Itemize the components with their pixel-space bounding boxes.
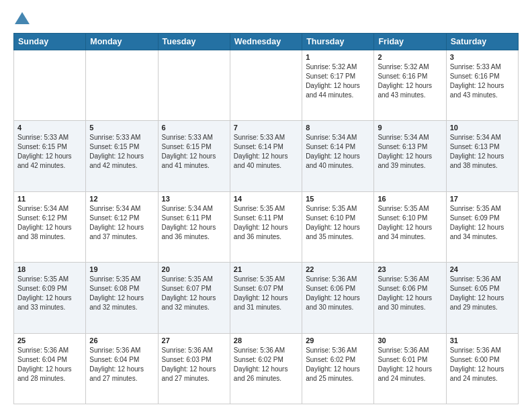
day-info: Sunrise: 5:36 AM Sunset: 6:05 PM Dayligh… <box>450 275 515 312</box>
day-cell-9: 9Sunrise: 5:34 AM Sunset: 6:13 PM Daylig… <box>374 121 446 191</box>
day-number: 25 <box>17 336 82 345</box>
day-info: Sunrise: 5:35 AM Sunset: 6:09 PM Dayligh… <box>450 204 515 242</box>
day-cell-7: 7Sunrise: 5:33 AM Sunset: 6:14 PM Daylig… <box>230 121 302 191</box>
calendar-table: SundayMondayTuesdayWednesdayThursdayFrid… <box>13 33 519 404</box>
day-info: Sunrise: 5:33 AM Sunset: 6:15 PM Dayligh… <box>17 133 82 171</box>
weekday-header-saturday: Saturday <box>446 33 518 50</box>
day-number: 3 <box>450 53 515 61</box>
empty-cell <box>86 50 158 120</box>
day-cell-1: 1Sunrise: 5:32 AM Sunset: 6:17 PM Daylig… <box>302 50 374 120</box>
weekday-header-friday: Friday <box>374 33 446 50</box>
day-number: 15 <box>306 195 370 203</box>
day-info: Sunrise: 5:34 AM Sunset: 6:12 PM Dayligh… <box>89 204 154 242</box>
day-number: 6 <box>162 124 226 132</box>
day-cell-27: 27Sunrise: 5:36 AM Sunset: 6:03 PM Dayli… <box>158 333 230 404</box>
day-cell-12: 12Sunrise: 5:34 AM Sunset: 6:12 PM Dayli… <box>86 191 158 262</box>
day-info: Sunrise: 5:33 AM Sunset: 6:14 PM Dayligh… <box>234 133 298 171</box>
day-info: Sunrise: 5:33 AM Sunset: 6:15 PM Dayligh… <box>162 133 226 171</box>
day-info: Sunrise: 5:35 AM Sunset: 6:07 PM Dayligh… <box>234 275 298 312</box>
day-info: Sunrise: 5:35 AM Sunset: 6:10 PM Dayligh… <box>378 204 442 242</box>
day-info: Sunrise: 5:36 AM Sunset: 6:06 PM Dayligh… <box>378 275 442 312</box>
day-info: Sunrise: 5:32 AM Sunset: 6:16 PM Dayligh… <box>378 62 442 100</box>
day-number: 29 <box>306 336 370 345</box>
day-number: 31 <box>450 336 515 345</box>
logo-icon <box>15 12 30 24</box>
day-cell-22: 22Sunrise: 5:36 AM Sunset: 6:06 PM Dayli… <box>302 263 374 333</box>
day-cell-13: 13Sunrise: 5:34 AM Sunset: 6:11 PM Dayli… <box>158 191 230 262</box>
day-info: Sunrise: 5:36 AM Sunset: 6:06 PM Dayligh… <box>306 275 370 312</box>
logo-text <box>13 13 30 28</box>
day-info: Sunrise: 5:34 AM Sunset: 6:11 PM Dayligh… <box>162 204 226 242</box>
day-cell-5: 5Sunrise: 5:33 AM Sunset: 6:15 PM Daylig… <box>86 121 158 191</box>
day-number: 9 <box>378 124 442 132</box>
day-number: 20 <box>162 265 226 273</box>
day-number: 5 <box>89 124 154 132</box>
week-row-1: 1Sunrise: 5:32 AM Sunset: 6:17 PM Daylig… <box>14 50 519 120</box>
day-info: Sunrise: 5:35 AM Sunset: 6:11 PM Dayligh… <box>234 204 298 242</box>
day-number: 22 <box>306 265 370 273</box>
day-number: 17 <box>450 195 515 203</box>
day-cell-21: 21Sunrise: 5:35 AM Sunset: 6:07 PM Dayli… <box>230 263 302 333</box>
day-number: 12 <box>89 195 154 203</box>
day-number: 1 <box>306 53 370 61</box>
day-cell-10: 10Sunrise: 5:34 AM Sunset: 6:13 PM Dayli… <box>446 121 518 191</box>
day-info: Sunrise: 5:36 AM Sunset: 6:04 PM Dayligh… <box>89 346 154 383</box>
weekday-header-sunday: Sunday <box>14 33 86 50</box>
day-info: Sunrise: 5:34 AM Sunset: 6:14 PM Dayligh… <box>306 133 370 171</box>
day-cell-15: 15Sunrise: 5:35 AM Sunset: 6:10 PM Dayli… <box>302 191 374 262</box>
week-row-5: 25Sunrise: 5:36 AM Sunset: 6:04 PM Dayli… <box>14 333 519 404</box>
day-number: 18 <box>17 265 82 273</box>
empty-cell <box>158 50 230 120</box>
day-info: Sunrise: 5:36 AM Sunset: 6:03 PM Dayligh… <box>162 346 226 383</box>
day-cell-30: 30Sunrise: 5:36 AM Sunset: 6:01 PM Dayli… <box>374 333 446 404</box>
day-cell-28: 28Sunrise: 5:36 AM Sunset: 6:02 PM Dayli… <box>230 333 302 404</box>
day-cell-20: 20Sunrise: 5:35 AM Sunset: 6:07 PM Dayli… <box>158 263 230 333</box>
day-number: 16 <box>378 195 442 203</box>
day-info: Sunrise: 5:36 AM Sunset: 6:04 PM Dayligh… <box>17 346 82 383</box>
day-number: 7 <box>234 124 298 132</box>
day-info: Sunrise: 5:35 AM Sunset: 6:08 PM Dayligh… <box>89 275 154 312</box>
day-cell-26: 26Sunrise: 5:36 AM Sunset: 6:04 PM Dayli… <box>86 333 158 404</box>
day-info: Sunrise: 5:32 AM Sunset: 6:17 PM Dayligh… <box>306 62 370 100</box>
day-number: 19 <box>89 265 154 273</box>
day-info: Sunrise: 5:34 AM Sunset: 6:13 PM Dayligh… <box>378 133 442 171</box>
day-cell-17: 17Sunrise: 5:35 AM Sunset: 6:09 PM Dayli… <box>446 191 518 262</box>
day-info: Sunrise: 5:33 AM Sunset: 6:16 PM Dayligh… <box>450 62 515 100</box>
day-cell-8: 8Sunrise: 5:34 AM Sunset: 6:14 PM Daylig… <box>302 121 374 191</box>
day-cell-3: 3Sunrise: 5:33 AM Sunset: 6:16 PM Daylig… <box>446 50 518 120</box>
week-row-3: 11Sunrise: 5:34 AM Sunset: 6:12 PM Dayli… <box>14 191 519 262</box>
week-row-2: 4Sunrise: 5:33 AM Sunset: 6:15 PM Daylig… <box>14 121 519 191</box>
day-number: 28 <box>234 336 298 345</box>
day-info: Sunrise: 5:36 AM Sunset: 6:01 PM Dayligh… <box>378 346 442 383</box>
day-number: 8 <box>306 124 370 132</box>
weekday-header-thursday: Thursday <box>302 33 374 50</box>
day-cell-11: 11Sunrise: 5:34 AM Sunset: 6:12 PM Dayli… <box>14 191 86 262</box>
day-cell-29: 29Sunrise: 5:36 AM Sunset: 6:02 PM Dayli… <box>302 333 374 404</box>
page: SundayMondayTuesdayWednesdayThursdayFrid… <box>0 0 532 411</box>
day-cell-16: 16Sunrise: 5:35 AM Sunset: 6:10 PM Dayli… <box>374 191 446 262</box>
day-info: Sunrise: 5:36 AM Sunset: 6:02 PM Dayligh… <box>234 346 298 383</box>
day-number: 26 <box>89 336 154 345</box>
day-info: Sunrise: 5:35 AM Sunset: 6:10 PM Dayligh… <box>306 204 370 242</box>
weekday-header-monday: Monday <box>86 33 158 50</box>
day-info: Sunrise: 5:35 AM Sunset: 6:09 PM Dayligh… <box>17 275 82 312</box>
day-cell-14: 14Sunrise: 5:35 AM Sunset: 6:11 PM Dayli… <box>230 191 302 262</box>
day-number: 2 <box>378 53 442 61</box>
day-number: 24 <box>450 265 515 273</box>
header <box>13 11 519 28</box>
day-cell-23: 23Sunrise: 5:36 AM Sunset: 6:06 PM Dayli… <box>374 263 446 333</box>
day-number: 10 <box>450 124 515 132</box>
day-info: Sunrise: 5:36 AM Sunset: 6:00 PM Dayligh… <box>450 346 515 383</box>
day-cell-2: 2Sunrise: 5:32 AM Sunset: 6:16 PM Daylig… <box>374 50 446 120</box>
weekday-header-row: SundayMondayTuesdayWednesdayThursdayFrid… <box>14 33 519 50</box>
day-info: Sunrise: 5:34 AM Sunset: 6:13 PM Dayligh… <box>450 133 515 171</box>
day-cell-18: 18Sunrise: 5:35 AM Sunset: 6:09 PM Dayli… <box>14 263 86 333</box>
day-info: Sunrise: 5:33 AM Sunset: 6:15 PM Dayligh… <box>89 133 154 171</box>
empty-cell <box>230 50 302 120</box>
day-info: Sunrise: 5:35 AM Sunset: 6:07 PM Dayligh… <box>162 275 226 312</box>
day-cell-6: 6Sunrise: 5:33 AM Sunset: 6:15 PM Daylig… <box>158 121 230 191</box>
day-number: 23 <box>378 265 442 273</box>
day-number: 14 <box>234 195 298 203</box>
day-cell-19: 19Sunrise: 5:35 AM Sunset: 6:08 PM Dayli… <box>86 263 158 333</box>
day-number: 27 <box>162 336 226 345</box>
